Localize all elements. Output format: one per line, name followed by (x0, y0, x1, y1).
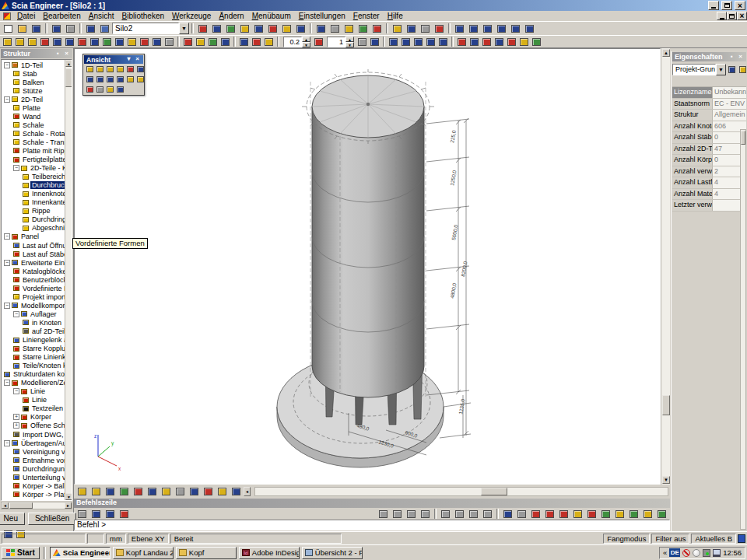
no-sign-tray-icon[interactable] (682, 549, 690, 557)
load-panel-icon[interactable] (388, 37, 399, 47)
tree-item-textzeilen[interactable]: Textzeilen (2, 404, 65, 413)
surfaces-display-icon[interactable] (160, 486, 173, 498)
viewport-scroll-thumb[interactable] (662, 395, 670, 415)
view-axo-icon[interactable] (115, 65, 124, 74)
new-filter-icon[interactable] (738, 65, 747, 75)
menu-bearbeiten[interactable]: Bearbeiten (39, 11, 84, 21)
member-properties-icon[interactable] (456, 37, 468, 47)
taskbar-task-paint[interactable]: Übersicht 2 - Paint (302, 547, 363, 559)
node-tool-1-icon[interactable] (439, 508, 452, 520)
scroll-left-icon[interactable]: ◄ (244, 487, 251, 496)
tile-vertical-icon[interactable] (495, 23, 508, 34)
project-settings-icon[interactable] (196, 23, 209, 34)
arc-tool-icon[interactable] (405, 508, 418, 520)
tree-item-starre-kopplunge[interactable]: Starre Kopplunge (2, 345, 65, 353)
ansicht-palette-title[interactable]: Ansicht ▾ × (84, 55, 143, 64)
render-window-icon[interactable] (105, 85, 114, 94)
tray-expand-icon[interactable]: « (663, 548, 667, 557)
tree-item-linie[interactable]: −Linie (2, 387, 65, 396)
display-tray-icon[interactable] (713, 549, 721, 557)
taskbar-task-scia[interactable]: Scia Engineer - [... (50, 547, 110, 559)
supports-view-icon[interactable] (531, 37, 542, 47)
grid-snap-icon[interactable] (126, 37, 138, 47)
help-icon[interactable] (98, 23, 111, 34)
tree-item-rippe[interactable]: Rippe (2, 207, 65, 215)
dimension-lines-icon[interactable] (114, 37, 125, 47)
open-folder-icon[interactable] (16, 23, 29, 34)
snap-center-icon[interactable] (585, 508, 598, 520)
redo-icon[interactable] (64, 23, 77, 34)
property-row[interactable]: Anzahl Materi...4 (672, 189, 746, 201)
menu-ansicht[interactable]: Ansicht (85, 11, 118, 21)
tree-item-vordefinierte-for[interactable]: Vordefinierte For (2, 284, 65, 292)
tree-item-entnahme-von-kö[interactable]: Entnahme von Kö (2, 456, 65, 464)
zoom-selection-icon[interactable] (405, 23, 418, 34)
tree-item-übertragen-aufteilen[interactable]: −Übertragen/Aufteilen (2, 439, 65, 447)
options-icon[interactable] (433, 23, 446, 34)
picture-gallery-icon[interactable] (342, 23, 356, 34)
tree-item-körper[interactable]: +Körper (2, 413, 65, 422)
new-window-icon[interactable] (84, 23, 97, 34)
save-icon[interactable] (30, 23, 43, 34)
filter-layers-icon[interactable] (64, 37, 75, 47)
zoom-window-icon[interactable] (135, 65, 145, 74)
tile-horizontal-icon[interactable] (481, 23, 494, 34)
tree-item-offene-schale[interactable]: +Offene Schale (2, 422, 65, 430)
tree-item-liniengelenk-auf[interactable]: Liniengelenk auf (2, 336, 65, 345)
close-polyline-icon[interactable] (419, 508, 432, 520)
viewport-vertical-scrollbar[interactable]: ▲ ▼ (661, 48, 670, 485)
snap-endpoint-icon[interactable] (529, 508, 542, 520)
dimension-display-icon[interactable] (146, 486, 159, 498)
work-plane-icon[interactable] (263, 37, 275, 47)
snap-point-icon[interactable] (89, 508, 103, 520)
close-icon[interactable]: × (134, 56, 141, 63)
taskbar-task-folder[interactable]: Kopf Landau 2007 (113, 547, 174, 559)
property-row[interactable]: Anzahl Knoten:606 (672, 121, 746, 133)
shaded-icon[interactable] (89, 486, 103, 498)
tree-item-auflager[interactable]: −Auflager (2, 310, 65, 318)
tree-item-last-auf-stäbe[interactable]: Last auf Stäbe (2, 250, 65, 258)
zoom-all-icon[interactable] (105, 75, 114, 84)
collapse-icon[interactable]: − (4, 380, 10, 386)
properties-filter-combo[interactable]: Projekt-Grundd ▼ (672, 64, 726, 75)
menu-ändern[interactable]: Ändern (215, 11, 247, 21)
tree-item-last-auf-öffnungs[interactable]: Last auf Öffnungs (2, 241, 65, 250)
view-params-icon[interactable] (230, 486, 243, 498)
view-y-icon[interactable] (95, 65, 104, 74)
spinner-up-icon[interactable]: ▲ (302, 37, 310, 42)
status-face-tray-icon[interactable] (693, 549, 700, 557)
tree-item-stab[interactable]: Stab (2, 69, 65, 78)
shrink-members-icon[interactable] (188, 486, 201, 498)
view-direction-icon[interactable] (238, 37, 250, 47)
tree-item-modellkomponenten[interactable]: −Modellkomponenten (2, 301, 65, 310)
wireframe-icon[interactable] (75, 486, 89, 498)
user-axes-icon[interactable] (139, 37, 150, 47)
angle-snap-icon[interactable] (356, 37, 368, 47)
status-unit[interactable]: mm (106, 534, 126, 544)
light-settings-icon[interactable] (216, 486, 229, 498)
scale-apply-icon[interactable] (313, 37, 324, 47)
status-snap-mode[interactable]: Fangmodus (603, 534, 650, 544)
show-selection-icon[interactable] (727, 65, 737, 75)
coord-system-icon[interactable] (251, 37, 262, 47)
collapse-icon[interactable]: − (4, 233, 10, 240)
grid-dots-icon[interactable] (515, 508, 528, 520)
node-properties-icon[interactable] (468, 37, 480, 47)
material-icon[interactable] (493, 37, 505, 47)
chevron-down-icon[interactable]: ▼ (179, 23, 189, 34)
property-row[interactable]: LizenznameUnbekannt (672, 87, 746, 99)
scroll-down-icon[interactable]: ▼ (65, 493, 72, 500)
collapse-icon[interactable]: − (4, 303, 10, 309)
xml-io-icon[interactable] (238, 23, 251, 34)
tree-item-linie[interactable]: Linie (2, 396, 65, 404)
print-icon[interactable] (314, 23, 328, 34)
new-document-icon[interactable] (2, 23, 15, 34)
collapse-icon[interactable]: − (4, 96, 10, 103)
clip-box-icon[interactable] (85, 85, 94, 94)
undo-icon[interactable] (50, 23, 63, 34)
properties-scroll-thumb[interactable] (741, 131, 745, 145)
menu-hilfe[interactable]: Hilfe (384, 11, 407, 21)
tree-item-durchbruch[interactable]: Durchbruch (2, 181, 65, 190)
layers-icon[interactable] (252, 23, 265, 34)
node-tool-2-icon[interactable] (453, 508, 466, 520)
